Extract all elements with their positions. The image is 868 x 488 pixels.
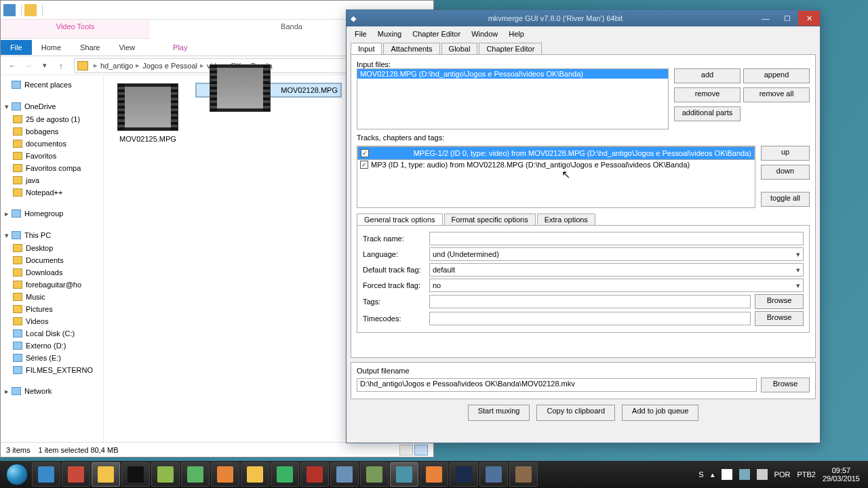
sidebar-item[interactable]: Notepad++ (1, 186, 103, 199)
back-button[interactable]: ← (5, 58, 20, 73)
tracks-list[interactable]: ✓MPEG-1/2 (ID 0, type: video) from MOV02… (357, 146, 755, 208)
sidebar-item[interactable]: documentos (1, 138, 103, 150)
track-item[interactable]: ✓MP3 (ID 1, type: audio) from MOV02128.M… (357, 160, 755, 169)
input-file-item[interactable]: MOV02128.MPG (D:\hd_antigo\Jogos e Pesso… (357, 69, 668, 79)
maximize-button[interactable]: ☐ (776, 11, 798, 26)
ribbon-file[interactable]: File (1, 40, 32, 55)
copy-clipboard-button[interactable]: Copy to clipboard (536, 405, 615, 421)
tray-icon[interactable] (739, 469, 750, 480)
taskbar-app[interactable] (360, 462, 389, 487)
tab-global[interactable]: Global (441, 43, 478, 54)
taskbar-app[interactable] (300, 462, 329, 487)
taskbar-app[interactable] (271, 462, 299, 487)
close-button[interactable]: ✕ (798, 11, 820, 26)
sidebar-item[interactable]: forebaguitar@ho (1, 279, 103, 291)
checkbox-icon[interactable]: ✓ (360, 161, 368, 169)
menu-muxing[interactable]: Muxing (374, 28, 406, 39)
browse-timecodes-button[interactable]: Browse (755, 311, 804, 326)
folder-icon[interactable] (24, 4, 37, 16)
toggle-all-button[interactable]: toggle all (761, 192, 810, 207)
minimize-button[interactable]: — (755, 11, 776, 26)
additional-parts-button[interactable]: additional parts (674, 106, 741, 121)
tab-chapter-editor[interactable]: Chapter Editor (479, 43, 542, 54)
sidebar[interactable]: Recent places ▾OneDrive 25 de agosto (1)… (1, 75, 104, 443)
tray-icon[interactable] (722, 469, 732, 480)
ribbon-view[interactable]: View (109, 40, 144, 55)
taskbar-app[interactable] (330, 462, 359, 487)
view-details-button[interactable] (399, 445, 413, 455)
clock[interactable]: 09:57 29/03/2015 (823, 466, 860, 483)
remove-button[interactable]: remove (674, 87, 741, 102)
output-path-input[interactable]: D:\hd_antigo\Jogos e Pessoal\videos OK\B… (357, 378, 757, 392)
breadcrumb-seg[interactable]: Jogos e Pessoal (141, 62, 199, 70)
taskbar-app[interactable] (62, 462, 90, 487)
sidebar-item[interactable]: Favoritos compa (1, 162, 103, 174)
taskbar-app[interactable] (32, 462, 60, 487)
sidebar-item[interactable]: Desktop (1, 242, 103, 254)
up-button[interactable]: ↑ (54, 58, 68, 73)
forward-button[interactable]: → (21, 58, 36, 73)
sidebar-item[interactable]: Music (1, 291, 103, 303)
mkv-titlebar[interactable]: ◆ mkvmerge GUI v7.8.0 ('River Man') 64bi… (347, 10, 820, 26)
forced-flag-select[interactable]: no▾ (429, 279, 804, 292)
taskbar-app[interactable] (420, 462, 448, 487)
file-item[interactable]: MOV02128.MPG (196, 83, 341, 97)
sidebar-thispc[interactable]: ▾This PC (1, 228, 103, 242)
sidebar-homegroup[interactable]: ▸Homegroup (1, 207, 103, 220)
menu-file[interactable]: File (351, 28, 371, 39)
sidebar-item[interactable]: java (1, 174, 103, 186)
system-tray[interactable]: S ▴ POR PTB2 09:57 29/03/2015 (698, 466, 865, 483)
checkbox-icon[interactable]: ✓ (361, 149, 369, 157)
default-flag-select[interactable]: default▾ (429, 263, 804, 277)
tray-chevron-icon[interactable]: ▴ (711, 470, 715, 479)
history-dropdown[interactable]: ▾ (37, 58, 52, 73)
sidebar-item[interactable]: 25 de agosto (1) (1, 113, 103, 125)
sidebar-item[interactable]: Séries (E:) (1, 352, 103, 364)
sidebar-onedrive[interactable]: ▾OneDrive (1, 100, 103, 113)
taskbar-app[interactable] (211, 462, 239, 487)
tags-input[interactable] (429, 295, 751, 308)
ribbon-share[interactable]: Share (71, 40, 109, 55)
start-muxing-button[interactable]: Start muxing (468, 405, 530, 421)
view-icons-button[interactable] (414, 445, 428, 455)
ribbon-play[interactable]: Play (163, 40, 197, 55)
taskbar-app[interactable] (151, 462, 180, 487)
tab-attachments[interactable]: Attachments (383, 43, 439, 54)
track-item[interactable]: ✓MPEG-1/2 (ID 0, type: video) from MOV02… (357, 146, 755, 160)
tab-general-options[interactable]: General track options (357, 214, 443, 225)
menu-chapter-editor[interactable]: Chapter Editor (408, 28, 465, 39)
taskbar-app[interactable] (121, 462, 150, 487)
context-tab-video-tools[interactable]: Video Tools (1, 20, 150, 39)
add-queue-button[interactable]: Add to job queue (622, 405, 698, 421)
track-name-input[interactable] (429, 232, 804, 245)
append-button[interactable]: append (743, 68, 810, 83)
sidebar-item[interactable]: FILMES_EXTERNO (1, 364, 103, 376)
language-select[interactable]: und (Undetermined)▾ (429, 247, 804, 261)
input-files-list[interactable]: MOV02128.MPG (D:\hd_antigo\Jogos e Pesso… (357, 68, 669, 129)
browse-tags-button[interactable]: Browse (755, 294, 804, 309)
taskbar-app[interactable] (390, 462, 418, 487)
menu-help[interactable]: Help (505, 28, 528, 39)
file-item[interactable]: MOV02125.MPG (111, 83, 185, 143)
taskbar-app[interactable] (509, 462, 538, 487)
sidebar-item[interactable]: bobagens (1, 125, 103, 138)
ribbon-home[interactable]: Home (32, 40, 71, 55)
add-button[interactable]: add (674, 68, 741, 83)
sidebar-item[interactable]: Videos (1, 315, 103, 327)
remove-all-button[interactable]: remove all (743, 87, 810, 102)
browse-output-button[interactable]: Browse (761, 378, 810, 392)
sidebar-item[interactable]: Pictures (1, 303, 103, 315)
sidebar-recent[interactable]: Recent places (1, 78, 103, 92)
sidebar-network[interactable]: ▸Network (1, 384, 103, 398)
up-button[interactable]: up (761, 146, 810, 161)
menu-window[interactable]: Window (467, 28, 502, 39)
taskbar-app[interactable] (241, 462, 269, 487)
sidebar-item[interactable]: Downloads (1, 266, 103, 279)
taskbar-app[interactable] (181, 462, 210, 487)
taskbar-app[interactable] (92, 462, 120, 487)
clock[interactable]: PTB2 (797, 470, 816, 479)
timecodes-input[interactable] (429, 312, 751, 325)
tab-extra-options[interactable]: Extra options (537, 214, 595, 225)
tray-volume-icon[interactable] (757, 469, 768, 480)
start-button[interactable] (3, 461, 31, 488)
